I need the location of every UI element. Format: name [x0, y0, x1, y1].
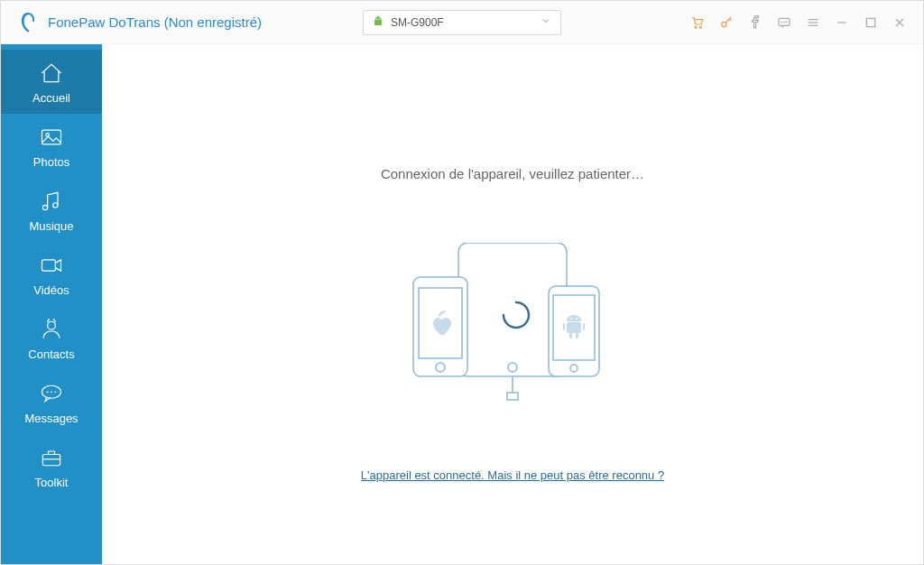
sidebar-item-label: Toolkit: [35, 476, 69, 489]
chevron-down-icon: [541, 15, 551, 29]
contacts-icon: [38, 317, 65, 342]
svg-rect-38: [583, 323, 585, 330]
android-icon: [373, 15, 383, 29]
sidebar: Accueil Photos Musique Vidéos Contacts M…: [1, 44, 102, 564]
svg-point-24: [51, 391, 52, 393]
svg-rect-36: [567, 322, 581, 333]
system-icons: [690, 15, 923, 30]
minimize-icon[interactable]: [835, 15, 849, 30]
svg-point-17: [46, 134, 50, 137]
svg-point-6: [781, 22, 782, 23]
svg-rect-13: [866, 18, 874, 26]
facebook-icon[interactable]: [748, 15, 762, 30]
svg-point-42: [576, 318, 578, 320]
svg-point-41: [570, 318, 572, 320]
close-icon[interactable]: [892, 15, 907, 30]
titlebar: FonePaw DoTrans (Non enregistré) SM-G900…: [1, 1, 923, 44]
svg-point-4: [722, 22, 726, 26]
svg-point-8: [786, 22, 787, 23]
svg-rect-39: [569, 333, 572, 338]
sidebar-item-music[interactable]: Musique: [1, 178, 102, 242]
maximize-icon[interactable]: [864, 15, 878, 30]
connection-status-text: Connexion de l'appareil, veuillez patien…: [102, 166, 923, 181]
svg-point-7: [784, 22, 785, 23]
toolkit-icon: [38, 445, 65, 470]
sidebar-item-messages[interactable]: Messages: [1, 370, 102, 434]
messages-icon: [38, 381, 65, 406]
sidebar-item-label: Messages: [24, 412, 78, 425]
sidebar-item-label: Vidéos: [33, 283, 69, 297]
main-panel: Connexion de l'appareil, veuillez patien…: [102, 44, 923, 564]
svg-point-1: [379, 17, 380, 18]
sidebar-item-home[interactable]: Accueil: [1, 50, 102, 114]
device-name: SM-G900F: [391, 16, 444, 29]
sidebar-item-label: Accueil: [32, 91, 70, 105]
devices-illustration: [395, 243, 630, 405]
video-icon: [38, 253, 65, 278]
svg-point-0: [376, 17, 377, 18]
app-logo-icon: [17, 12, 39, 33]
svg-rect-16: [42, 130, 61, 144]
app-title: FonePaw DoTrans (Non enregistré): [48, 14, 262, 30]
music-icon: [38, 189, 65, 214]
photos-icon: [38, 125, 65, 150]
sidebar-item-photos[interactable]: Photos: [1, 114, 102, 178]
svg-point-3: [699, 26, 701, 28]
svg-point-21: [48, 321, 56, 329]
home-icon: [38, 60, 65, 86]
svg-point-19: [53, 203, 58, 208]
svg-rect-37: [563, 323, 565, 330]
sidebar-item-label: Photos: [33, 155, 69, 169]
cart-icon[interactable]: [690, 15, 705, 30]
svg-rect-20: [42, 260, 56, 271]
svg-point-23: [47, 391, 49, 393]
svg-point-29: [508, 363, 517, 372]
device-selector[interactable]: SM-G900F: [363, 10, 561, 35]
svg-point-25: [55, 391, 57, 393]
svg-rect-26: [42, 455, 60, 466]
sidebar-item-label: Contacts: [28, 347, 74, 361]
svg-point-2: [695, 26, 697, 28]
svg-point-18: [42, 205, 47, 209]
help-link-container: L'appareil est connecté. Mais il ne peut…: [102, 467, 923, 483]
logo-area: FonePaw DoTrans (Non enregistré): [1, 12, 262, 33]
feedback-icon[interactable]: [777, 15, 791, 30]
sidebar-item-contacts[interactable]: Contacts: [1, 306, 102, 370]
sidebar-item-videos[interactable]: Vidéos: [1, 242, 102, 306]
key-icon[interactable]: [719, 15, 734, 30]
sidebar-item-label: Musique: [29, 219, 73, 233]
sidebar-item-toolkit[interactable]: Toolkit: [1, 434, 102, 498]
body: Accueil Photos Musique Vidéos Contacts M…: [1, 44, 923, 564]
svg-rect-40: [576, 333, 578, 338]
menu-icon[interactable]: [806, 15, 820, 30]
device-not-recognized-link[interactable]: L'appareil est connecté. Mais il ne peut…: [361, 468, 664, 482]
